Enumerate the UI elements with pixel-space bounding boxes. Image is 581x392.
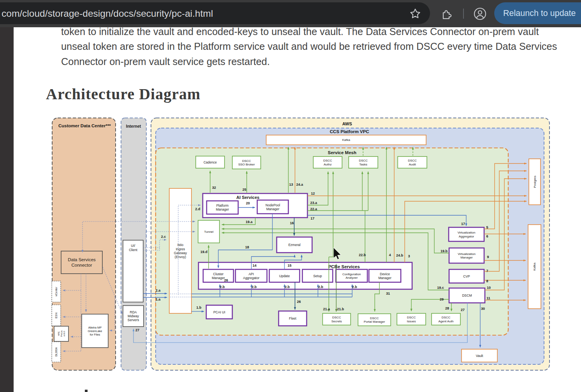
svg-text:Kafka: Kafka (533, 262, 536, 271)
svg-text:Issues: Issues (407, 320, 416, 323)
svg-text:Kafka: Kafka (342, 138, 350, 142)
svg-text:15: 15 (288, 264, 291, 267)
svg-text:Authz: Authz (324, 163, 332, 166)
svg-text:Device: Device (380, 272, 390, 276)
svg-text:2.b: 2.b (352, 285, 357, 289)
svg-text:Servers: Servers (128, 318, 139, 322)
svg-text:Aggregator: Aggregator (243, 276, 259, 280)
svg-text:nt 6.0: nt 6.0 (63, 331, 65, 336)
svg-text:32: 32 (212, 186, 216, 190)
svg-text:Portal Manager: Portal Manager (364, 320, 385, 323)
svg-text:Setup: Setup (313, 274, 322, 278)
svg-text:Manager: Manager (216, 207, 229, 211)
svg-text:24.a: 24.a (296, 183, 304, 186)
svg-text:HPE: HPE (58, 331, 60, 336)
svg-text:2.b: 2.b (284, 285, 290, 289)
svg-text:Ezmeral: Ezmeral (288, 243, 300, 247)
svg-text:Manager: Manager (212, 276, 225, 280)
svg-text:19.a: 19.a (246, 220, 253, 224)
svg-text:13: 13 (289, 183, 293, 186)
svg-text:31: 31 (386, 292, 390, 295)
svg-text:1.a: 1.a (156, 297, 161, 301)
svg-text:19.b: 19.b (441, 249, 448, 253)
svg-text:(Envoy): (Envoy) (175, 255, 186, 259)
svg-text:CCS Platform VPC: CCS Platform VPC (330, 129, 369, 134)
svg-text:Cadence: Cadence (204, 160, 217, 164)
svg-text:Manager: Manager (460, 256, 473, 259)
svg-text:Aggregator: Aggregator (459, 235, 474, 238)
svg-text:CVP: CVP (463, 274, 470, 278)
svg-text:16: 16 (290, 221, 294, 225)
svg-text:UI/: UI/ (131, 244, 136, 248)
svg-text:1.b: 1.b (196, 306, 202, 309)
svg-text:17: 17 (311, 216, 314, 220)
svg-text:DSCC: DSCC (359, 159, 368, 162)
svg-text:19.c: 19.c (437, 286, 444, 290)
svg-text:9: 9 (487, 255, 489, 259)
svg-text:26: 26 (297, 300, 301, 304)
svg-text:8: 8 (486, 279, 488, 283)
svg-text:ESXi: ESXi (55, 312, 58, 318)
svg-text:Manager: Manager (378, 276, 391, 280)
svg-text:Analyzer: Analyzer (346, 276, 358, 279)
svg-text:Ingres: Ingres (176, 247, 185, 251)
svg-text:Tasks: Tasks (359, 163, 367, 166)
svg-text:29: 29 (440, 297, 444, 301)
svg-text:19.d: 19.d (200, 250, 207, 254)
svg-text:DSCC: DSCC (442, 316, 451, 319)
svg-text:24.b: 24.b (396, 253, 404, 257)
svg-text:NodePool: NodePool (265, 203, 280, 207)
svg-text:2.b: 2.b (219, 285, 225, 289)
svg-text:Audit: Audit (409, 163, 416, 166)
svg-text:12: 12 (311, 192, 315, 195)
svg-text:Configuration: Configuration (342, 272, 361, 276)
svg-text:27: 27 (135, 328, 139, 332)
svg-text:4: 4 (389, 253, 391, 257)
svg-text:vCenter: vCenter (55, 287, 58, 296)
svg-text:21.a: 21.a (323, 307, 330, 311)
svg-text:SSO Broker: SSO Broker (238, 163, 255, 166)
svg-text:26: 26 (224, 278, 228, 282)
svg-text:Fleet: Fleet (289, 316, 297, 320)
svg-text:Vault: Vault (476, 354, 483, 358)
svg-text:ProLia: ProLia (60, 330, 63, 337)
svg-text:22.b: 22.b (359, 253, 366, 257)
svg-text:PCBe Services: PCBe Services (328, 264, 360, 269)
svg-text:Virtualization: Virtualization (458, 231, 476, 234)
svg-text:API: API (249, 272, 254, 276)
svg-text:28: 28 (445, 306, 449, 310)
svg-text:PCAI UI: PCAI UI (213, 310, 225, 314)
svg-text:Secrets: Secrets (331, 320, 342, 323)
svg-text:GreenLake: GreenLake (88, 329, 102, 333)
svg-text:Client: Client (129, 248, 137, 252)
svg-text:18: 18 (245, 245, 249, 249)
svg-text:Alletra MP: Alletra MP (88, 326, 102, 329)
svg-text:Update: Update (279, 274, 290, 278)
svg-text:Midway: Midway (128, 314, 139, 318)
svg-text:DSCC: DSCC (323, 159, 332, 162)
svg-text:2.d: 2.d (195, 207, 200, 211)
svg-text:27: 27 (461, 308, 465, 312)
svg-text:RDA: RDA (130, 310, 137, 314)
svg-text:17: 17 (461, 222, 465, 226)
svg-text:Cluster: Cluster (213, 272, 224, 276)
svg-text:25: 25 (242, 188, 246, 192)
svg-text:Service Mesh: Service Mesh (328, 150, 356, 155)
svg-text:2.b: 2.b (251, 285, 257, 289)
svg-text:DSCC: DSCC (408, 159, 417, 162)
svg-text:2.a: 2.a (156, 288, 161, 292)
svg-text:Customer Data Center***: Customer Data Center*** (58, 123, 111, 128)
svg-text:2.b: 2.b (318, 285, 323, 289)
svg-text:5: 5 (486, 225, 488, 229)
svg-text:Internet: Internet (126, 124, 141, 128)
svg-text:11: 11 (486, 296, 490, 300)
svg-text:DSCC: DSCC (242, 159, 251, 163)
svg-text:Agent Auth: Agent Auth (438, 320, 453, 323)
svg-text:7: 7 (486, 269, 488, 273)
svg-text:2.c: 2.c (161, 235, 166, 239)
svg-text:Postgres: Postgres (533, 176, 537, 188)
svg-text:DSCM: DSCM (462, 294, 472, 297)
svg-text:30: 30 (481, 307, 485, 311)
svg-text:22.a: 22.a (310, 207, 318, 211)
svg-text:Tunnel: Tunnel (204, 230, 213, 234)
